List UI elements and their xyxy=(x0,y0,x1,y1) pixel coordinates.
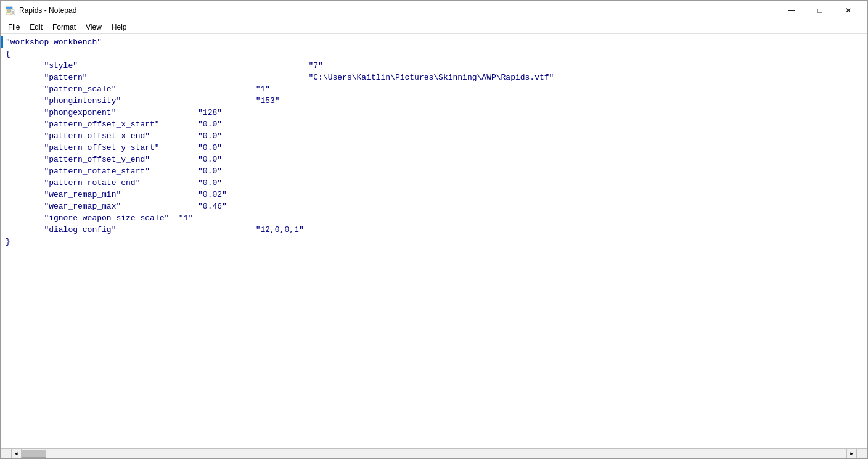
code-line-text: "phongintensity" "153" xyxy=(3,95,867,107)
menu-edit[interactable]: Edit xyxy=(25,20,47,34)
editor-area: "workshop workbench"{ "style" "7" "patte… xyxy=(1,34,867,458)
code-line: "workshop workbench" xyxy=(1,36,867,48)
code-line: "wear_remap_min" "0.02" xyxy=(1,189,867,201)
code-line: "phongintensity" "153" xyxy=(1,95,867,107)
scroll-right-button[interactable]: ► xyxy=(846,449,857,459)
code-editor[interactable]: "workshop workbench"{ "style" "7" "patte… xyxy=(1,36,867,247)
app-icon xyxy=(6,6,15,15)
code-line-text: { xyxy=(3,48,867,60)
code-line-text: "ignore_weapon_size_scale" "1" xyxy=(3,212,867,224)
code-line-text: "pattern_offset_x_start" "0.0" xyxy=(3,118,867,130)
menu-help[interactable]: Help xyxy=(107,20,132,34)
code-line-text: "pattern_offset_y_end" "0.0" xyxy=(3,154,867,165)
code-line: { xyxy=(1,48,867,60)
code-line: "pattern_rotate_end" "0.0" xyxy=(1,177,867,189)
code-line-text: } xyxy=(3,236,867,247)
code-line: } xyxy=(1,236,867,247)
title-bar-left: Rapids - Notepad xyxy=(6,6,76,15)
code-line-text: "pattern_rotate_end" "0.0" xyxy=(3,177,867,189)
close-button[interactable]: ✕ xyxy=(834,1,862,20)
scroll-track[interactable] xyxy=(22,449,846,459)
code-line-text: "pattern_offset_x_end" "0.0" xyxy=(3,130,867,142)
code-line: "phongexponent" "128" xyxy=(1,107,867,118)
title-bar-controls: — □ ✕ xyxy=(777,1,862,20)
maximize-button[interactable]: □ xyxy=(806,1,834,20)
code-line: "wear_remap_max" "0.46" xyxy=(1,201,867,212)
code-line-text: "pattern_rotate_start" "0.0" xyxy=(3,165,867,177)
editor-content[interactable]: "workshop workbench"{ "style" "7" "patte… xyxy=(1,34,867,448)
code-line-text: "phongexponent" "128" xyxy=(3,107,867,118)
code-line-text: "wear_remap_min" "0.02" xyxy=(3,189,867,201)
notepad-window: Rapids - Notepad — □ ✕ File Edit Format … xyxy=(0,0,868,459)
code-line: "pattern_offset_x_start" "0.0" xyxy=(1,118,867,130)
title-bar: Rapids - Notepad — □ ✕ xyxy=(1,1,867,20)
menu-format[interactable]: Format xyxy=(47,20,81,34)
code-line-text: "pattern_scale" "1" xyxy=(3,83,867,95)
code-line: "pattern_scale" "1" xyxy=(1,83,867,95)
menu-file[interactable]: File xyxy=(3,20,25,34)
horizontal-scrollbar[interactable]: ◄ ► xyxy=(1,448,867,458)
code-line: "style" "7" xyxy=(1,60,867,72)
code-line: "pattern_rotate_start" "0.0" xyxy=(1,165,867,177)
scroll-left-button[interactable]: ◄ xyxy=(11,449,22,459)
code-line-text: "pattern" "C:\Users\Kaitlin\Pictures\Ski… xyxy=(3,72,867,83)
menu-view[interactable]: View xyxy=(81,20,107,34)
svg-rect-5 xyxy=(11,10,15,15)
menu-bar: File Edit Format View Help xyxy=(1,20,867,34)
code-line: "ignore_weapon_size_scale" "1" xyxy=(1,212,867,224)
scroll-thumb[interactable] xyxy=(22,450,46,458)
minimize-button[interactable]: — xyxy=(777,1,806,20)
code-line-text: "pattern_offset_y_start" "0.0" xyxy=(3,142,867,154)
window-title: Rapids - Notepad xyxy=(19,6,76,15)
code-line: "pattern" "C:\Users\Kaitlin\Pictures\Ski… xyxy=(1,72,867,83)
svg-rect-1 xyxy=(6,7,12,9)
code-line: "dialog_config" "12,0,0,1" xyxy=(1,224,867,236)
code-line-text: "workshop workbench" xyxy=(3,36,867,48)
code-line: "pattern_offset_x_end" "0.0" xyxy=(1,130,867,142)
code-line: "pattern_offset_y_end" "0.0" xyxy=(1,154,867,165)
code-line: "pattern_offset_y_start" "0.0" xyxy=(1,142,867,154)
code-line-text: "wear_remap_max" "0.46" xyxy=(3,201,867,212)
code-line-text: "style" "7" xyxy=(3,60,867,72)
code-line-text: "dialog_config" "12,0,0,1" xyxy=(3,224,867,236)
